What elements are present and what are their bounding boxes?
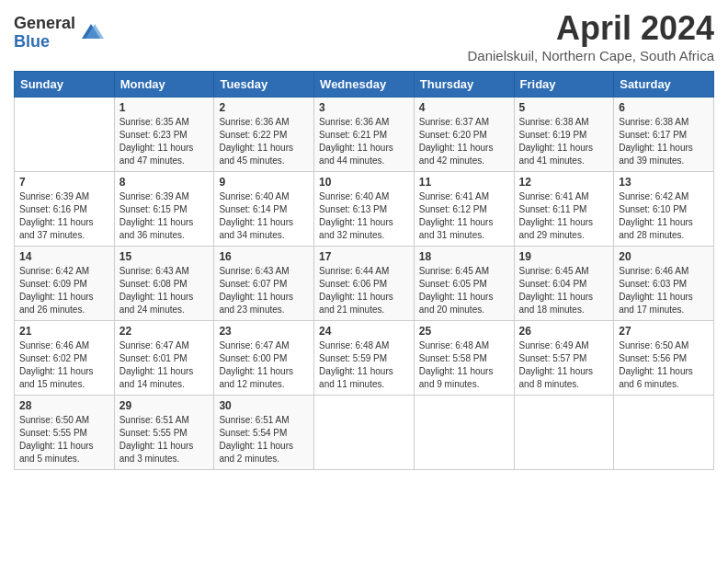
header-saturday: Saturday — [614, 72, 714, 98]
calendar-cell: 20Sunrise: 6:46 AM Sunset: 6:03 PM Dayli… — [614, 247, 714, 321]
day-number: 20 — [619, 250, 709, 263]
week-row-1: 1Sunrise: 6:35 AM Sunset: 6:23 PM Daylig… — [15, 98, 714, 172]
day-number: 23 — [219, 325, 309, 338]
calendar-cell: 8Sunrise: 6:39 AM Sunset: 6:15 PM Daylig… — [114, 172, 214, 247]
month-title: April 2024 — [468, 9, 714, 48]
day-number: 26 — [519, 325, 609, 338]
day-number: 9 — [219, 176, 309, 189]
calendar-cell: 10Sunrise: 6:40 AM Sunset: 6:13 PM Dayli… — [314, 172, 415, 247]
header: General Blue April 2024 Danielskuil, Nor… — [14, 9, 714, 63]
calendar-cell: 2Sunrise: 6:36 AM Sunset: 6:22 PM Daylig… — [214, 98, 314, 172]
day-info: Sunrise: 6:42 AM Sunset: 6:10 PM Dayligh… — [619, 190, 709, 242]
calendar-cell: 21Sunrise: 6:46 AM Sunset: 6:02 PM Dayli… — [15, 321, 115, 396]
day-info: Sunrise: 6:35 AM Sunset: 6:23 PM Dayligh… — [119, 116, 210, 167]
day-number: 21 — [19, 325, 109, 338]
calendar-cell: 15Sunrise: 6:43 AM Sunset: 6:08 PM Dayli… — [114, 247, 214, 321]
day-info: Sunrise: 6:50 AM Sunset: 5:55 PM Dayligh… — [19, 414, 109, 465]
day-number: 3 — [319, 101, 409, 114]
day-info: Sunrise: 6:45 AM Sunset: 6:04 PM Dayligh… — [519, 265, 609, 316]
header-tuesday: Tuesday — [214, 72, 314, 98]
calendar-cell: 25Sunrise: 6:48 AM Sunset: 5:58 PM Dayli… — [414, 321, 514, 396]
day-number: 1 — [119, 101, 210, 114]
day-number: 17 — [319, 250, 409, 263]
day-info: Sunrise: 6:47 AM Sunset: 6:00 PM Dayligh… — [219, 339, 309, 391]
calendar-cell: 29Sunrise: 6:51 AM Sunset: 5:55 PM Dayli… — [114, 396, 214, 470]
day-number: 18 — [419, 250, 509, 263]
day-number: 24 — [319, 325, 409, 338]
day-info: Sunrise: 6:39 AM Sunset: 6:15 PM Dayligh… — [119, 190, 210, 242]
day-info: Sunrise: 6:50 AM Sunset: 5:56 PM Dayligh… — [619, 339, 709, 391]
day-number: 28 — [19, 399, 109, 412]
calendar-cell: 9Sunrise: 6:40 AM Sunset: 6:14 PM Daylig… — [214, 172, 314, 247]
day-number: 14 — [19, 250, 109, 263]
title-area: April 2024 Danielskuil, Northern Cape, S… — [468, 9, 714, 63]
day-number: 7 — [19, 176, 109, 189]
day-info: Sunrise: 6:40 AM Sunset: 6:14 PM Dayligh… — [219, 190, 309, 242]
day-info: Sunrise: 6:44 AM Sunset: 6:06 PM Dayligh… — [319, 265, 409, 316]
day-info: Sunrise: 6:51 AM Sunset: 5:55 PM Dayligh… — [119, 414, 210, 465]
calendar-cell: 7Sunrise: 6:39 AM Sunset: 6:16 PM Daylig… — [15, 172, 115, 247]
calendar-cell: 24Sunrise: 6:48 AM Sunset: 5:59 PM Dayli… — [314, 321, 415, 396]
calendar-cell: 27Sunrise: 6:50 AM Sunset: 5:56 PM Dayli… — [614, 321, 714, 396]
day-number: 5 — [519, 101, 609, 114]
day-info: Sunrise: 6:43 AM Sunset: 6:07 PM Dayligh… — [219, 265, 309, 316]
logo: General Blue — [14, 15, 104, 52]
day-number: 2 — [219, 101, 309, 114]
day-number: 10 — [319, 176, 409, 189]
day-info: Sunrise: 6:39 AM Sunset: 6:16 PM Dayligh… — [19, 190, 109, 242]
calendar-cell: 4Sunrise: 6:37 AM Sunset: 6:20 PM Daylig… — [414, 98, 514, 172]
day-number: 15 — [119, 250, 210, 263]
day-number: 30 — [219, 399, 309, 412]
calendar-cell: 13Sunrise: 6:42 AM Sunset: 6:10 PM Dayli… — [614, 172, 714, 247]
calendar-cell: 28Sunrise: 6:50 AM Sunset: 5:55 PM Dayli… — [15, 396, 115, 470]
week-row-4: 21Sunrise: 6:46 AM Sunset: 6:02 PM Dayli… — [15, 321, 714, 396]
day-number: 19 — [519, 250, 609, 263]
calendar-cell: 30Sunrise: 6:51 AM Sunset: 5:54 PM Dayli… — [214, 396, 314, 470]
calendar-cell: 12Sunrise: 6:41 AM Sunset: 6:11 PM Dayli… — [514, 172, 614, 247]
day-number: 27 — [619, 325, 709, 338]
header-sunday: Sunday — [15, 72, 115, 98]
day-number: 29 — [119, 399, 210, 412]
header-row: SundayMondayTuesdayWednesdayThursdayFrid… — [15, 72, 714, 98]
calendar-cell — [514, 396, 614, 470]
header-wednesday: Wednesday — [314, 72, 415, 98]
logo-general-text: General — [14, 15, 75, 33]
calendar-table: SundayMondayTuesdayWednesdayThursdayFrid… — [14, 71, 714, 470]
calendar-cell — [314, 396, 415, 470]
day-info: Sunrise: 6:45 AM Sunset: 6:05 PM Dayligh… — [419, 265, 509, 316]
day-number: 13 — [619, 176, 709, 189]
calendar-cell: 19Sunrise: 6:45 AM Sunset: 6:04 PM Dayli… — [514, 247, 614, 321]
calendar-cell: 1Sunrise: 6:35 AM Sunset: 6:23 PM Daylig… — [114, 98, 214, 172]
logo-blue-text: Blue — [14, 33, 75, 52]
calendar-cell: 17Sunrise: 6:44 AM Sunset: 6:06 PM Dayli… — [314, 247, 415, 321]
day-info: Sunrise: 6:41 AM Sunset: 6:11 PM Dayligh… — [519, 190, 609, 242]
day-info: Sunrise: 6:36 AM Sunset: 6:21 PM Dayligh… — [319, 116, 409, 167]
calendar-cell: 6Sunrise: 6:38 AM Sunset: 6:17 PM Daylig… — [614, 98, 714, 172]
calendar-cell: 18Sunrise: 6:45 AM Sunset: 6:05 PM Dayli… — [414, 247, 514, 321]
day-number: 16 — [219, 250, 309, 263]
day-number: 8 — [119, 176, 210, 189]
day-info: Sunrise: 6:40 AM Sunset: 6:13 PM Dayligh… — [319, 190, 409, 242]
day-info: Sunrise: 6:36 AM Sunset: 6:22 PM Dayligh… — [219, 116, 309, 167]
week-row-5: 28Sunrise: 6:50 AM Sunset: 5:55 PM Dayli… — [15, 396, 714, 470]
calendar-cell: 11Sunrise: 6:41 AM Sunset: 6:12 PM Dayli… — [414, 172, 514, 247]
day-info: Sunrise: 6:38 AM Sunset: 6:19 PM Dayligh… — [519, 116, 609, 167]
day-info: Sunrise: 6:46 AM Sunset: 6:02 PM Dayligh… — [19, 339, 109, 391]
logo-icon — [78, 20, 104, 46]
week-row-2: 7Sunrise: 6:39 AM Sunset: 6:16 PM Daylig… — [15, 172, 714, 247]
header-friday: Friday — [514, 72, 614, 98]
calendar-cell: 23Sunrise: 6:47 AM Sunset: 6:00 PM Dayli… — [214, 321, 314, 396]
calendar-cell: 14Sunrise: 6:42 AM Sunset: 6:09 PM Dayli… — [15, 247, 115, 321]
day-info: Sunrise: 6:47 AM Sunset: 6:01 PM Dayligh… — [119, 339, 210, 391]
day-number: 12 — [519, 176, 609, 189]
header-monday: Monday — [114, 72, 214, 98]
day-info: Sunrise: 6:41 AM Sunset: 6:12 PM Dayligh… — [419, 190, 509, 242]
calendar-cell — [614, 396, 714, 470]
day-info: Sunrise: 6:42 AM Sunset: 6:09 PM Dayligh… — [19, 265, 109, 316]
calendar-cell: 3Sunrise: 6:36 AM Sunset: 6:21 PM Daylig… — [314, 98, 415, 172]
day-info: Sunrise: 6:49 AM Sunset: 5:57 PM Dayligh… — [519, 339, 609, 391]
header-thursday: Thursday — [414, 72, 514, 98]
calendar-cell — [414, 396, 514, 470]
day-info: Sunrise: 6:48 AM Sunset: 5:59 PM Dayligh… — [319, 339, 409, 391]
day-info: Sunrise: 6:51 AM Sunset: 5:54 PM Dayligh… — [219, 414, 309, 465]
